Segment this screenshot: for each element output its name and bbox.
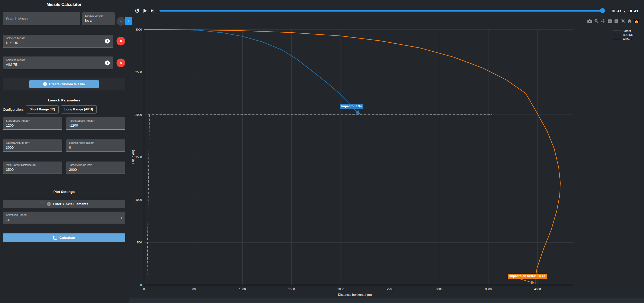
x-tick-label: 3000 <box>436 288 443 291</box>
chart-legend: TargetR-40RDAIM-7E <box>613 29 633 41</box>
y-tick-label: 3000 <box>135 28 142 31</box>
sidebar-collapse-button[interactable]: ‹ <box>125 17 132 25</box>
y-tick-label: 1000 <box>135 198 142 201</box>
x-tick-label: 4000 <box>534 288 541 291</box>
target-speed-field[interactable]: Target Speed (km/h)* -1200 <box>66 117 126 130</box>
selected-missile-field-1[interactable]: Selected Missile R-40RD i <box>3 35 113 48</box>
selected-missile-field-2[interactable]: Selected Missile AIM-7E i <box>3 56 113 69</box>
plus-icon: + <box>119 18 122 24</box>
sidebar: Missile Calculator Search Missile Defaul… <box>0 0 128 303</box>
legend-label: AIM-7E <box>623 37 632 41</box>
legend-line-swatch <box>613 39 621 39</box>
y-tick-label: 500 <box>137 241 142 244</box>
calculate-button[interactable]: Calculate <box>3 233 125 242</box>
selected-missile-value: R-40RD <box>6 41 110 45</box>
filter-icon <box>40 202 44 205</box>
close-icon: × <box>120 61 122 65</box>
create-custom-missile-button[interactable]: + Create Custom Missile <box>29 80 99 88</box>
default-version-field[interactable]: Default Version local <box>82 12 115 25</box>
config-button-short-range[interactable]: Short Range (IR) <box>26 105 59 113</box>
x-tick-label: 1000 <box>239 288 246 291</box>
configuration-row: Configuration: Short Range (IR) Long Ran… <box>3 105 125 113</box>
selected-missile-label: Selected Missile <box>6 36 110 40</box>
filter-y-axis-label: Filter Y-Axis Elements <box>53 202 88 206</box>
launch-parameters-heading: Launch Parameters <box>3 98 125 102</box>
start-speed-field[interactable]: Start Speed (km/h)* 1200 <box>3 117 62 130</box>
x-tick-label: 2000 <box>337 288 344 291</box>
x-tick-label: 1500 <box>288 288 295 291</box>
target-altitude-field[interactable]: Target Altitude (m)* 2000 <box>66 162 126 174</box>
series-AIM-7E <box>144 30 560 284</box>
launch-angle-field[interactable]: Launch Angle (Deg)* 0 <box>66 139 126 152</box>
legend-item-Target[interactable]: Target <box>613 29 633 33</box>
series-R-40RD <box>144 30 360 114</box>
impact-annotation: Impacto: 3.9s <box>340 104 363 109</box>
info-icon[interactable]: i <box>105 60 110 65</box>
legend-line-swatch <box>613 35 621 35</box>
close-icon: × <box>120 39 122 43</box>
x-tick-label: 3500 <box>485 288 492 291</box>
y-tick-label: 2000 <box>135 113 142 116</box>
launch-parameter-fields: Start Speed (km/h)* 1200 Target Speed (k… <box>3 117 125 174</box>
chart-panel: ↺ 10.4s / 10.4s <box>129 0 644 303</box>
plus-circle-icon: + <box>43 82 47 86</box>
chevron-down-icon: ▾ <box>121 216 122 219</box>
animation-speed-label: Animation Speed <box>6 213 122 216</box>
y-tick-label: 1500 <box>135 156 142 159</box>
divider <box>3 94 125 94</box>
animation-speed-value: 1x <box>6 218 122 222</box>
next-section-strip <box>129 298 644 303</box>
legend-item-AIM-7E[interactable]: AIM-7E <box>613 37 633 41</box>
impact-annotation: Impacto en tierra: 10.4s <box>508 274 547 279</box>
calculate-label: Calculate <box>59 236 75 240</box>
selected-missile-label: Selected Missile <box>6 58 110 61</box>
remove-missile-button-1[interactable]: × <box>117 37 125 45</box>
legend-label: Target <box>623 29 631 32</box>
x-tick-label: 0 <box>143 288 145 291</box>
search-input[interactable]: Search Missile <box>3 12 80 25</box>
divider <box>3 185 125 185</box>
x-axis-title: Distancia horizontal (m) <box>338 293 372 297</box>
search-placeholder: Search Missile <box>6 17 29 21</box>
filter-y-axis-button[interactable]: ? Filter Y-Axis Elements <box>3 200 125 208</box>
launch-altitude-field[interactable]: Launch Altitude (m)* 3000 <box>3 139 62 152</box>
x-tick-label: 2500 <box>387 288 393 291</box>
plot-settings-heading: Plot Settings <box>3 190 125 194</box>
initial-target-distance-field[interactable]: Initial Target Distance (m) 3500 <box>3 162 62 174</box>
info-icon[interactable]: i <box>105 39 110 43</box>
config-button-long-range[interactable]: Long Range (ARH) <box>61 105 97 113</box>
legend-item-R-40RD[interactable]: R-40RD <box>613 33 633 37</box>
animation-speed-select[interactable]: Animation Speed 1x ▾ <box>3 212 125 224</box>
selected-missile-row: Selected Missile AIM-7E i × <box>3 56 125 69</box>
create-custom-missile-label: Create Custom Missile <box>49 82 85 86</box>
page-title: Missile Calculator <box>3 0 125 7</box>
x-tick-label: 500 <box>191 288 196 291</box>
selected-missile-row: Selected Missile R-40RD i × <box>3 35 125 48</box>
default-version-value: local <box>85 18 112 22</box>
add-missile-button[interactable]: + <box>117 17 125 26</box>
y-tick-label: 0 <box>140 283 142 287</box>
help-icon[interactable]: ? <box>47 202 51 206</box>
default-version-label: Default Version <box>85 14 112 17</box>
calculator-icon <box>53 236 57 240</box>
search-row: Search Missile Default Version local + <box>3 12 125 26</box>
legend-line-swatch <box>613 31 621 31</box>
y-tick-label: 2500 <box>135 71 142 74</box>
configuration-label: Configuration: <box>3 108 24 111</box>
legend-label: R-40RD <box>623 33 633 36</box>
selected-missile-value: AIM-7E <box>6 63 110 67</box>
trajectory-chart[interactable]: 0500100015002000250030003500400005001000… <box>129 0 644 303</box>
create-custom-panel: + Create Custom Missile <box>3 78 125 90</box>
remove-missile-button-2[interactable]: × <box>117 59 125 67</box>
y-axis-title: Altitud (m) <box>131 150 135 165</box>
chevron-left-icon: ‹ <box>128 19 129 23</box>
